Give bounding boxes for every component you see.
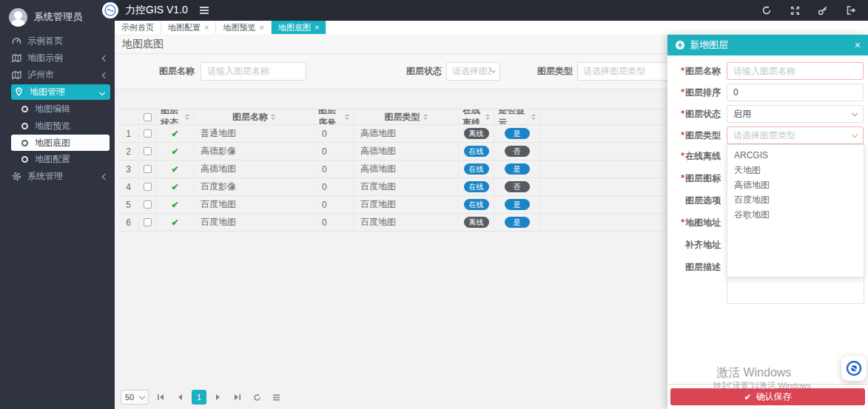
layer-status-field[interactable]: 启用 bbox=[727, 105, 864, 123]
cell-order: 0 bbox=[314, 143, 354, 160]
sidebar-item-map-edit[interactable]: 地图编辑 bbox=[0, 101, 115, 118]
sidebar-item-label: 地图示例 bbox=[27, 52, 63, 64]
status-check-icon: ✔ bbox=[157, 214, 194, 231]
sidebar-item-map-basemap[interactable]: 地图底图 bbox=[11, 135, 110, 151]
chevron-left-icon bbox=[102, 173, 108, 179]
row-checkbox[interactable] bbox=[139, 214, 157, 231]
cell-order: 0 bbox=[314, 214, 354, 231]
close-icon[interactable]: × bbox=[314, 24, 319, 32]
sidebar-item-map-preview[interactable]: 地图预览 bbox=[0, 118, 115, 135]
sidebar-item-label: 泸州市 bbox=[27, 69, 54, 81]
row-checkbox[interactable] bbox=[139, 160, 157, 178]
check-icon: ✔ bbox=[744, 392, 751, 402]
header-order[interactable]: 图层序号 bbox=[314, 109, 354, 124]
layer-name-field[interactable]: 请输入图层名称 bbox=[727, 62, 864, 80]
header-online[interactable]: 在线离线 bbox=[459, 109, 494, 124]
cell-visible: 否 bbox=[494, 143, 540, 160]
circle-icon bbox=[21, 106, 28, 112]
dropdown-option-baidu[interactable]: 百度地图 bbox=[727, 192, 864, 207]
confirm-save-button[interactable]: ✔ 确认保存 bbox=[670, 388, 865, 405]
tab-label: 地图配置 bbox=[168, 22, 201, 33]
row-index: 6 bbox=[118, 214, 139, 231]
cell-type: 高德地图 bbox=[354, 160, 459, 178]
row-checkbox[interactable] bbox=[139, 178, 157, 195]
field-label: 地图地址 bbox=[672, 217, 721, 229]
close-icon[interactable]: × bbox=[259, 24, 263, 32]
refresh-table-icon[interactable] bbox=[249, 390, 264, 405]
header-status[interactable]: 图层状态 bbox=[157, 109, 194, 124]
row-checkbox[interactable] bbox=[139, 125, 157, 142]
app-logo bbox=[102, 2, 118, 18]
sidebar-menu: 示例首页 地图示例 泸州市 地图管理 bbox=[0, 33, 115, 185]
sidebar-item-home[interactable]: 示例首页 bbox=[0, 33, 115, 50]
layer-type-field[interactable]: 请选择图层类型 bbox=[727, 126, 864, 144]
dropdown-option-google[interactable]: 谷歌地图 bbox=[727, 207, 864, 222]
layer-name-input[interactable]: 请输入图层名称 bbox=[201, 62, 306, 81]
header-visible[interactable]: 是否显示 bbox=[494, 109, 540, 124]
brand-badge-icon bbox=[846, 360, 862, 376]
first-page-button[interactable] bbox=[153, 390, 168, 405]
fullscreen-icon[interactable] bbox=[790, 5, 800, 16]
tab-label: 地图底图 bbox=[278, 22, 311, 33]
sidebar-item-label: 地图预览 bbox=[35, 120, 70, 132]
logout-icon[interactable] bbox=[846, 5, 856, 16]
cell-order: 0 bbox=[314, 160, 354, 178]
filter-status-label: 图层状态 bbox=[406, 65, 442, 78]
row-index: 2 bbox=[118, 143, 139, 160]
tab-home[interactable]: 示例首页 bbox=[115, 21, 161, 34]
dropdown-option-arcgis[interactable]: ARCGIS bbox=[727, 148, 864, 163]
floating-logo-button[interactable] bbox=[841, 356, 867, 381]
last-page-button[interactable] bbox=[230, 390, 245, 405]
sidebar: 系统管理员 示例首页 地图示例 泸州市 bbox=[0, 0, 115, 409]
layer-status-select[interactable]: 请选择图层状态 bbox=[446, 62, 500, 81]
sidebar-item-luzhou[interactable]: 泸州市 bbox=[0, 67, 115, 84]
close-icon[interactable]: × bbox=[204, 24, 209, 32]
save-button-label: 确认保存 bbox=[756, 391, 792, 403]
row-checkbox[interactable] bbox=[139, 143, 157, 160]
cell-online: 在线 bbox=[459, 196, 494, 213]
dropdown-option-gaode[interactable]: 高德地图 bbox=[727, 178, 864, 192]
cell-name: 普通地图 bbox=[194, 125, 314, 142]
tab-map-preview[interactable]: 地图预览 × bbox=[216, 21, 271, 34]
sidebar-item-label: 示例首页 bbox=[27, 35, 63, 47]
user-name: 系统管理员 bbox=[34, 10, 82, 24]
chevron-down-icon bbox=[852, 109, 858, 115]
cell-visible: 是 bbox=[494, 160, 540, 178]
chevron-down-icon bbox=[852, 131, 858, 137]
status-check-icon: ✔ bbox=[157, 160, 194, 178]
sidebar-item-map-config[interactable]: 地图配置 bbox=[0, 151, 115, 168]
sidebar-item-map-manage[interactable]: 地图管理 bbox=[11, 84, 110, 100]
row-checkbox[interactable] bbox=[139, 196, 157, 213]
chevron-down-icon bbox=[99, 89, 105, 95]
status-badge: 是 bbox=[505, 217, 530, 228]
refresh-icon[interactable] bbox=[761, 5, 772, 16]
cell-online: 在线 bbox=[459, 143, 494, 160]
header-type[interactable]: 图层类型 bbox=[354, 109, 459, 124]
key-icon[interactable] bbox=[818, 5, 828, 16]
plus-circle-icon bbox=[675, 40, 685, 50]
sidebar-item-label: 地图底图 bbox=[35, 137, 70, 149]
circle-icon bbox=[21, 140, 28, 146]
tab-map-config[interactable]: 地图配置 × bbox=[161, 21, 216, 34]
status-badge: 是 bbox=[505, 163, 530, 175]
cell-type: 百度地图 bbox=[354, 214, 459, 231]
user-profile[interactable]: 系统管理员 bbox=[0, 0, 115, 28]
sidebar-item-system-manage[interactable]: 系统管理 bbox=[0, 168, 115, 185]
row-index: 3 bbox=[118, 160, 139, 178]
tab-map-basemap[interactable]: 地图底图 × bbox=[272, 21, 326, 34]
sidebar-item-label: 地图管理 bbox=[30, 86, 65, 98]
close-icon[interactable]: × bbox=[855, 39, 861, 51]
prev-page-button[interactable] bbox=[172, 390, 187, 405]
cell-type: 百度地图 bbox=[354, 178, 459, 195]
header-index bbox=[118, 109, 139, 124]
sidebar-item-map-demo[interactable]: 地图示例 bbox=[0, 50, 115, 67]
select-all-checkbox[interactable] bbox=[139, 109, 157, 124]
columns-list-icon[interactable] bbox=[269, 390, 283, 405]
current-page-button[interactable]: 1 bbox=[192, 390, 206, 405]
hamburger-menu-icon[interactable] bbox=[200, 7, 209, 14]
dropdown-option-tianditu[interactable]: 天地图 bbox=[727, 163, 864, 178]
header-name[interactable]: 图层名称 bbox=[194, 109, 314, 124]
page-size-select[interactable]: 50 bbox=[121, 390, 149, 405]
layer-order-field[interactable]: 0 bbox=[727, 84, 864, 101]
next-page-button[interactable] bbox=[211, 390, 226, 405]
